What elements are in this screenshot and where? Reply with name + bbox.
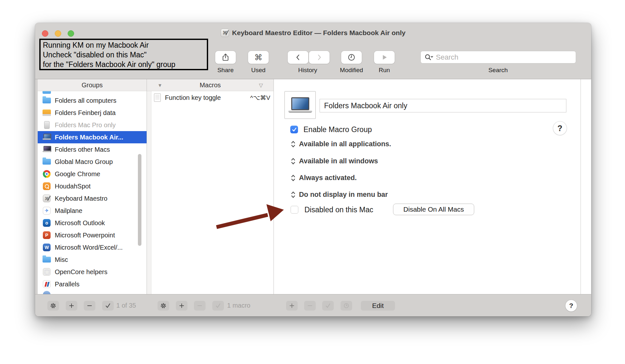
run-button[interactable]: [374, 51, 395, 64]
sidebar-item-houdahspot[interactable]: HoudahSpot: [38, 180, 147, 192]
disable-on-all-macs-button[interactable]: Disable On All Macs: [393, 204, 474, 215]
sidebar-item-misc[interactable]: Misc: [38, 254, 147, 266]
sidebar-item-google-chrome[interactable]: Google Chrome: [38, 168, 147, 180]
toggle-action-enable-button[interactable]: [322, 301, 334, 311]
macros-action-gear-button[interactable]: [158, 301, 169, 311]
group-icon-well[interactable]: [284, 91, 316, 119]
group-label: Folders Feinberj data: [55, 109, 116, 117]
annotation-note-box: Running KM on my Macbook Air Uncheck "di…: [39, 39, 208, 70]
add-action-button[interactable]: [286, 301, 298, 311]
group-label: OpenCore helpers: [55, 268, 107, 276]
powerpoint-icon: P: [43, 231, 51, 239]
group-label: Microsoft Word/Excel/...: [55, 244, 123, 251]
word-icon: W: [43, 244, 51, 251]
activation-popup[interactable]: Always activated.: [291, 173, 357, 183]
toggle-macro-enable-button[interactable]: [212, 301, 224, 311]
check-icon: [325, 302, 331, 309]
group-label: HoudahSpot: [55, 183, 91, 190]
groups-action-gear-button[interactable]: [47, 301, 59, 311]
add-group-button[interactable]: [66, 301, 77, 311]
gear-icon: [160, 302, 167, 309]
sidebar-item-global-macro-group[interactable]: Global Macro Group: [38, 156, 147, 168]
history-back-button[interactable]: [288, 51, 308, 64]
sidebar-item-folders-feinberj-data[interactable]: Folders Feinberj data: [38, 107, 147, 119]
folder-icon: [43, 98, 51, 103]
help-button[interactable]: ?: [553, 121, 567, 135]
edit-button[interactable]: Edit: [361, 301, 395, 311]
sidebar-item-microsoft-outlook[interactable]: o Microsoft Outlook: [38, 217, 147, 229]
menu-bar-display-popup[interactable]: Do not display in menu bar: [291, 190, 388, 199]
command-icon: ⌘: [255, 53, 263, 62]
macros-count: 1 macro: [227, 302, 266, 309]
enable-macro-group-label: Enable Macro Group: [303, 125, 372, 134]
sidebar-item-folders-other-macs[interactable]: Folders other Macs: [38, 143, 147, 156]
content-area: Groups Folders all computers Folders Fei…: [35, 79, 591, 294]
question-mark: ?: [569, 302, 573, 310]
laptop-icon: [43, 134, 51, 141]
remove-macro-button[interactable]: [194, 301, 206, 311]
availability-popup-applications[interactable]: Available in all applications.: [291, 139, 391, 149]
list-item-partial: [38, 91, 147, 94]
toggle-group-enable-button[interactable]: [102, 301, 114, 311]
option-label: Always activated.: [299, 174, 357, 182]
minimize-window-button[interactable]: [55, 30, 61, 37]
remove-group-button[interactable]: [84, 301, 95, 311]
clock-icon: [343, 302, 350, 309]
remove-action-button[interactable]: [304, 301, 316, 311]
sidebar-item-mailplane[interactable]: ✈ Mailplane: [38, 205, 147, 217]
sidebar-item-microsoft-word-excel[interactable]: W Microsoft Word/Excel/...: [38, 241, 147, 254]
disabled-on-this-mac-checkbox[interactable]: [291, 206, 298, 214]
chevron-left-icon: [294, 54, 302, 61]
used-button[interactable]: ⌘: [248, 51, 269, 64]
check-icon: [105, 302, 111, 309]
left-edge-strip: [35, 79, 38, 294]
macro-row-function-key-toggle[interactable]: Function key toggle ^⌥⌘V: [152, 91, 274, 104]
bottom-help-button[interactable]: ?: [565, 300, 577, 311]
option-label: Do not display in menu bar: [299, 191, 388, 199]
zoom-window-button[interactable]: [68, 30, 74, 37]
parallels-icon: [43, 280, 51, 288]
add-macro-button[interactable]: [176, 301, 188, 311]
modified-button[interactable]: [341, 51, 362, 64]
macro-flag-strip: [147, 91, 151, 294]
disabled-on-this-mac-label: Disabled on this Mac: [304, 206, 373, 214]
sort-triangle-icon[interactable]: ▼: [158, 82, 162, 88]
search-input[interactable]: [436, 53, 576, 62]
macros-column-header: ▼ Macros ▽: [147, 79, 274, 91]
filter-triangle-icon[interactable]: ▽: [259, 82, 263, 88]
search-field[interactable]: [420, 51, 576, 63]
up-down-chevrons-icon: [291, 174, 295, 182]
group-label: Microsoft Outlook: [55, 219, 105, 227]
sidebar-item-microsoft-powerpoint[interactable]: P Microsoft Powerpoint: [38, 229, 147, 241]
check-icon: [292, 127, 297, 132]
group-name-field[interactable]: Folders Macbook Air only: [320, 99, 566, 112]
sidebar-item-opencore-helpers[interactable]: OpenCore helpers: [38, 266, 147, 278]
mac-pro-icon: [44, 121, 50, 129]
mailplane-icon: ✈: [43, 207, 51, 215]
plus-icon: [289, 303, 295, 309]
macro-label: Function key toggle: [165, 94, 246, 101]
sidebar-item-folders-macbook-air-only[interactable]: Folders Macbook Air...: [38, 131, 147, 143]
availability-popup-windows[interactable]: Available in all windows: [291, 156, 378, 166]
play-icon: [381, 54, 388, 61]
group-label: Keyboard Maestro: [55, 195, 107, 202]
gear-icon: [50, 302, 56, 309]
group-label: Parallels: [55, 281, 80, 288]
enable-macro-group-checkbox[interactable]: [290, 126, 298, 133]
option-label: Available in all windows: [299, 157, 378, 165]
share-button[interactable]: [215, 51, 236, 64]
close-window-button[interactable]: [42, 30, 48, 37]
sidebar-item-keyboard-maestro[interactable]: ⌘ Keyboard Maestro: [38, 192, 147, 205]
window-title: Keyboard Maestro Editor — Folders Macboo…: [232, 29, 405, 37]
groups-scrollbar[interactable]: [138, 154, 141, 246]
share-label: Share: [217, 67, 234, 74]
folder-icon: [43, 91, 51, 94]
sidebar-item-folders-all-computers[interactable]: Folders all computers: [38, 94, 147, 107]
macro-shortcut: ^⌥⌘V: [250, 94, 270, 101]
history-forward-button[interactable]: [309, 51, 330, 64]
try-action-button[interactable]: [341, 301, 352, 311]
sidebar-item-parallels[interactable]: Parallels: [38, 278, 147, 290]
titlebar: ⌘ Keyboard Maestro Editor — Folders Macb…: [35, 23, 591, 41]
folder-icon: [43, 257, 51, 263]
sidebar-item-folders-mac-pro-only[interactable]: Folders Mac Pro only: [38, 119, 147, 131]
